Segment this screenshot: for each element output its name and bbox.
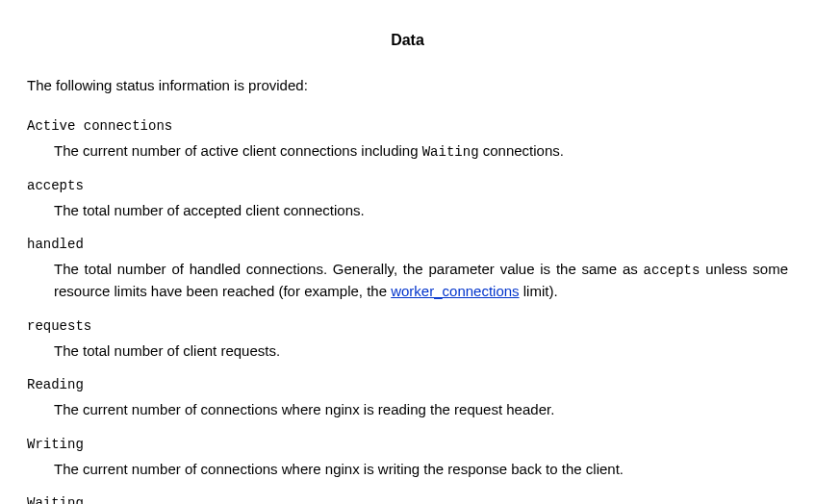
term-requests: requests <box>27 316 788 337</box>
inline-code-accepts: accepts <box>644 263 700 278</box>
term-waiting: Waiting <box>27 493 788 504</box>
link-worker-connections[interactable]: worker_connections <box>391 283 519 299</box>
term-handled: handled <box>27 235 788 255</box>
desc-accepts: The total number of accepted client conn… <box>54 200 788 222</box>
desc-text: limit). <box>520 283 558 299</box>
desc-reading: The current number of connections where … <box>54 399 788 421</box>
inline-code-waiting: Waiting <box>422 144 479 160</box>
term-active-connections: Active connections <box>27 116 788 137</box>
desc-requests: The total number of client requests. <box>54 340 788 363</box>
desc-active-connections: The current number of active client conn… <box>54 140 788 163</box>
term-writing: Writing <box>27 435 788 455</box>
term-accepts: accepts <box>27 176 788 196</box>
definition-list: Active connections The current number of… <box>27 116 788 505</box>
section-heading: Data <box>27 29 788 52</box>
term-reading: Reading <box>27 375 788 395</box>
desc-text: The current number of active client conn… <box>54 142 422 159</box>
desc-writing: The current number of connections where … <box>54 459 788 481</box>
desc-text: connections. <box>479 142 564 159</box>
desc-text: The total number of handled connections.… <box>54 261 644 277</box>
intro-text: The following status information is prov… <box>27 75 788 97</box>
desc-handled: The total number of handled connections.… <box>54 259 788 303</box>
